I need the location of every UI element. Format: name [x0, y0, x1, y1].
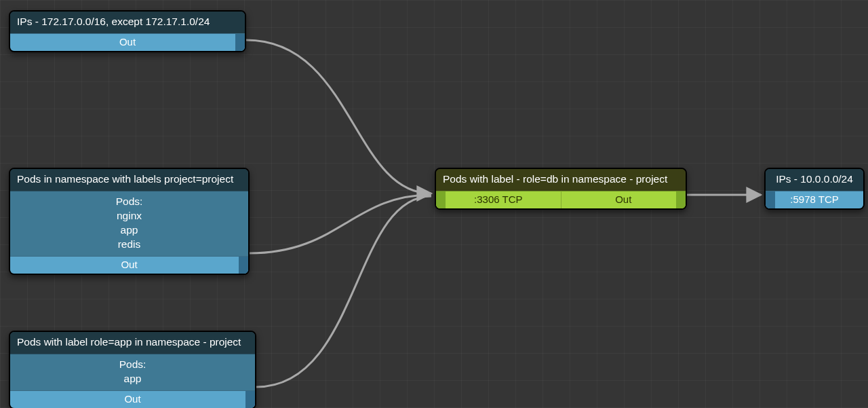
node-app-pods-body: Pods: app [10, 354, 255, 390]
port-label: Out [121, 259, 137, 270]
body-line: app [17, 223, 241, 238]
node-ns-pods-port-out[interactable]: Out [10, 256, 248, 274]
node-ips-2-title: IPs - 10.0.0.0/24 [766, 169, 863, 191]
node-ips-1[interactable]: IPs - 172.17.0.0/16, except 172.17.1.0/2… [9, 10, 246, 52]
port-label: Out [124, 393, 140, 405]
port-handle-icon[interactable] [766, 191, 775, 208]
body-heading: Pods: [17, 358, 248, 372]
node-db-pods-title: Pods with label - role=db in namespace -… [436, 169, 686, 191]
node-ns-pods[interactable]: Pods in namespace with labels project=pr… [9, 168, 250, 275]
node-db-pods[interactable]: Pods with label - role=db in namespace -… [435, 168, 687, 210]
node-db-pods-port-in[interactable]: :3306 TCP [436, 191, 561, 208]
port-label: Out [615, 193, 631, 205]
port-label: Out [119, 36, 136, 48]
node-ips-1-port-out[interactable]: Out [10, 33, 245, 51]
node-ips-2-port-in[interactable]: :5978 TCP [766, 191, 863, 208]
node-db-pods-port-out[interactable]: Out [561, 191, 686, 208]
node-ips-1-title: IPs - 172.17.0.0/16, except 172.17.1.0/2… [10, 12, 245, 33]
edge-ips1-to-db [246, 40, 431, 193]
port-handle-icon[interactable] [436, 191, 446, 208]
port-handle-icon[interactable] [235, 34, 245, 51]
port-handle-icon[interactable] [676, 191, 686, 208]
port-label: :5978 TCP [790, 193, 838, 205]
port-handle-icon[interactable] [245, 391, 255, 408]
node-ips-2[interactable]: IPs - 10.0.0.0/24 :5978 TCP [764, 168, 865, 210]
node-app-pods-port-out[interactable]: Out [10, 390, 255, 408]
body-heading: Pods: [17, 195, 241, 209]
port-handle-icon[interactable] [239, 257, 248, 274]
edge-app-pods-to-db [256, 196, 431, 387]
body-line: nginx [17, 209, 241, 223]
body-line: app [17, 372, 248, 386]
port-label: :3306 TCP [474, 193, 522, 205]
edge-ns-pods-to-db [250, 195, 431, 253]
node-app-pods-title: Pods with label role=app in namespace - … [10, 332, 255, 354]
node-app-pods[interactable]: Pods with label role=app in namespace - … [9, 331, 256, 408]
node-ns-pods-title: Pods in namespace with labels project=pr… [10, 169, 248, 191]
body-line: redis [17, 238, 241, 252]
node-ns-pods-body: Pods: nginx app redis [10, 191, 248, 256]
